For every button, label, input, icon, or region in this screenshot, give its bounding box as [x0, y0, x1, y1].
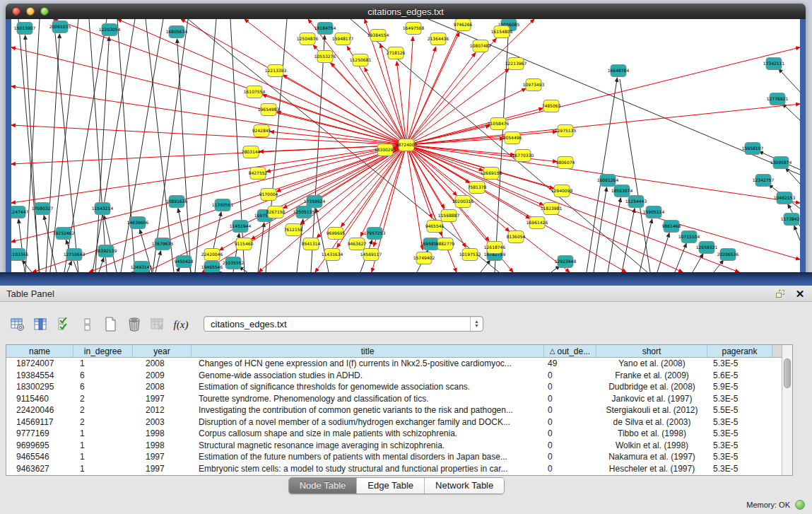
graph-node[interactable]: 16061264 — [597, 175, 619, 187]
graph-node[interactable]: 7581378 — [468, 182, 487, 194]
graph-node[interactable]: 18563074 — [611, 185, 633, 197]
graph-node[interactable]: 12776921 — [767, 93, 789, 105]
graph-node[interactable]: 12669158 — [481, 168, 502, 180]
float-panel-button[interactable] — [772, 287, 788, 300]
graph-node[interactable]: 12203054 — [99, 24, 121, 36]
graph-node[interactable]: 9746266 — [454, 19, 473, 31]
graph-node[interactable]: 9170004 — [259, 189, 278, 201]
graph-node[interactable]: 14639606 — [127, 217, 149, 229]
graph-node[interactable]: 12342757 — [753, 175, 775, 187]
graph-node[interactable]: 15948177 — [332, 33, 354, 45]
graph-node[interactable]: 8427552 — [249, 168, 268, 180]
column-header-pagerank[interactable]: pagerank — [707, 345, 772, 357]
graph-node[interactable]: 12505135 — [293, 206, 315, 218]
graph-node[interactable]: 19252462 — [53, 228, 75, 240]
graph-node[interactable]: 19465546 — [201, 262, 223, 273]
column-header-year[interactable]: year — [133, 345, 192, 357]
graph-node[interactable]: 9882779 — [436, 238, 455, 250]
graph-node[interactable]: 11058476 — [488, 118, 510, 130]
graph-node[interactable]: 16770330 — [512, 150, 534, 162]
graph-node[interactable]: 11431634 — [322, 249, 343, 261]
graph-node[interactable]: 11738423 — [781, 214, 800, 226]
graph-node[interactable]: 18184754 — [314, 23, 336, 35]
graph-node[interactable]: 22420046 — [201, 249, 223, 261]
graph-node[interactable]: 14569117 — [360, 249, 382, 261]
tab-node-table[interactable]: Node Table — [289, 478, 358, 493]
function-builder-button[interactable]: f(x) — [170, 315, 192, 334]
graph-node[interactable]: 2718126 — [387, 47, 406, 59]
graph-node[interactable]: 9465546 — [425, 221, 445, 233]
graph-node[interactable]: 11823981 — [541, 203, 563, 215]
graph-node[interactable]: 17342111 — [763, 58, 785, 70]
close-window-button[interactable] — [12, 7, 20, 16]
graph-node[interactable]: 9115460 — [235, 238, 254, 250]
graph-node[interactable]: 18724007 — [396, 139, 418, 151]
graph-node[interactable]: 10200316 — [452, 196, 474, 208]
graph-node[interactable]: 10807487 — [470, 40, 492, 52]
graph-node[interactable]: 11543214 — [92, 203, 114, 215]
graph-node[interactable]: 16648784 — [608, 65, 630, 77]
table-row[interactable]: 1872400712008Changes of HCN gene express… — [6, 358, 783, 370]
graph-node[interactable]: 15013907 — [14, 23, 36, 35]
graph-node[interactable]: 17359924 — [304, 196, 326, 208]
graph-node[interactable]: 12493145 — [131, 262, 153, 273]
graph-node[interactable]: 16497568 — [403, 23, 425, 35]
graph-node[interactable]: 8541314 — [302, 238, 321, 250]
graph-node[interactable]: 7612156 — [284, 224, 303, 236]
table-row[interactable]: 1456911722003Disruption of a novel membe… — [6, 416, 783, 428]
graph-node[interactable]: 11451944 — [230, 221, 252, 233]
graph-node[interactable]: 17957253 — [364, 228, 386, 240]
graph-node[interactable]: 11254443 — [625, 196, 647, 208]
graph-node[interactable]: 15749402 — [413, 252, 435, 264]
graph-node[interactable]: 9861468 — [662, 221, 681, 233]
table-row[interactable]: 969969511998Structural magnetic resonanc… — [6, 440, 783, 452]
minimize-window-button[interactable] — [26, 7, 35, 16]
graph-node[interactable]: 9699695 — [326, 228, 346, 240]
graph-node[interactable]: 2803144 — [242, 146, 261, 158]
tab-network-table[interactable]: Network Table — [425, 478, 504, 493]
graph-node[interactable]: 17679635 — [152, 238, 174, 250]
column-header-name[interactable]: name — [6, 345, 73, 357]
graph-node[interactable]: 10973493 — [523, 79, 545, 91]
graph-node[interactable]: 10715104 — [678, 231, 700, 243]
graph-node[interactable]: 9054496 — [503, 132, 522, 144]
new-object-button[interactable] — [100, 315, 122, 334]
graph-node[interactable]: 12213393 — [265, 65, 287, 77]
graph-node[interactable]: 12940098 — [551, 185, 573, 197]
table-row[interactable]: 977716911998Corpus callosum shape and si… — [6, 428, 783, 440]
graph-node[interactable]: 10891636 — [166, 196, 188, 208]
graph-node[interactable]: 19384554 — [367, 30, 389, 42]
table-row[interactable]: 1938455462009Genome-wide association stu… — [6, 370, 783, 382]
select-columns-button[interactable] — [30, 315, 52, 334]
graph-node[interactable]: 8136054 — [507, 231, 526, 243]
graph-node[interactable]: 15958107 — [742, 143, 764, 155]
panel-splitter[interactable] — [0, 272, 812, 286]
column-header-title[interactable]: title — [192, 345, 544, 357]
table-selector[interactable]: citations_edges.txt ▲▼ — [204, 316, 483, 332]
network-window-titlebar[interactable]: citations_edges.txt — [6, 4, 806, 19]
graph-node[interactable]: 12923448 — [555, 256, 577, 268]
graph-node[interactable]: 13095874 — [770, 157, 792, 169]
graph-node[interactable]: 16961426 — [526, 217, 548, 229]
scrollbar-thumb[interactable] — [784, 358, 791, 388]
graph-node[interactable]: 16805634 — [166, 26, 188, 38]
graph-node[interactable]: 10197533 — [459, 249, 481, 261]
graph-node[interactable]: 21364436 — [428, 33, 449, 45]
column-header-in_degree[interactable]: in_degree — [73, 345, 133, 357]
delete-table-button[interactable] — [147, 315, 168, 334]
graph-node[interactable]: 12975135 — [555, 125, 577, 137]
column-header-short[interactable]: short — [596, 345, 707, 357]
graph-node[interactable]: 20061035 — [49, 21, 71, 33]
graph-node[interactable]: 11250681 — [350, 54, 372, 66]
column-header-out_degree[interactable]: △out_de... — [544, 345, 596, 357]
graph-node[interactable]: 16107554 — [244, 86, 266, 98]
graph-node[interactable]: 21247447 — [11, 206, 28, 218]
select-rows-button[interactable] — [54, 315, 75, 334]
memory-status-indicator[interactable] — [795, 500, 805, 510]
table-row[interactable]: 2242004622012Investigating the contribut… — [6, 404, 783, 416]
graph-node[interactable]: 9806074 — [556, 157, 575, 169]
table-row[interactable]: 1830029562008Estimation of significance … — [6, 381, 783, 393]
graph-node[interactable]: 12618746 — [484, 242, 506, 254]
graph-node[interactable]: 12504876 — [297, 33, 319, 45]
graph-node[interactable]: 12213967 — [505, 58, 527, 70]
